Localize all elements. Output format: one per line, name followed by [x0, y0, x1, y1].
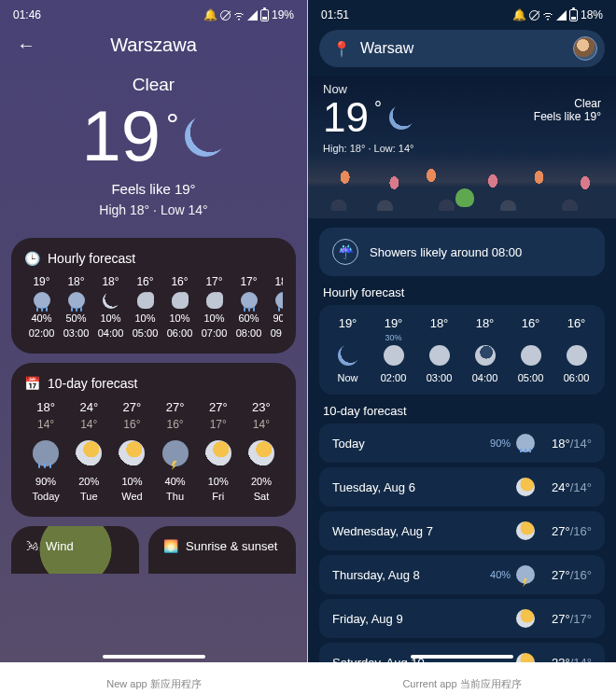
daily-row[interactable]: Friday, Aug 9 27°/17°: [319, 599, 605, 638]
hour-time: 06:00: [167, 327, 193, 339]
hourly-col[interactable]: 16° 05:00: [508, 316, 553, 383]
day-temps: 18°/14°: [552, 437, 592, 451]
hour-temp: 18°: [274, 275, 283, 288]
hour-time: 07:00: [202, 327, 228, 339]
daily-row[interactable]: Thursday, Aug 8 40% 27°/16°: [319, 555, 605, 594]
sun3-icon: [516, 478, 535, 496]
day-precip: 20%: [78, 476, 99, 487]
daily-col[interactable]: 18° 14° 90% Today: [24, 400, 67, 502]
day-name: Tue: [80, 491, 98, 502]
cloud-icon: [206, 292, 223, 309]
sun3-icon: [516, 521, 535, 540]
location-pin-icon: 📍: [332, 40, 351, 58]
hourly-col[interactable]: 16° 10% 06:00: [162, 275, 197, 339]
day-high: 27°: [166, 400, 185, 414]
sunrise-icon: 🌅: [163, 539, 178, 553]
hourly-col[interactable]: 17° 10% 07:00: [197, 275, 231, 339]
sun-icon: [248, 440, 274, 466]
day-name: Friday, Aug 9: [332, 612, 511, 626]
rainbig-icon: [33, 440, 59, 466]
hourly-col[interactable]: 18° 10% 04:00: [93, 275, 128, 339]
rain-icon: [68, 292, 85, 309]
day-high: 18°: [36, 400, 55, 414]
day-name: Sat: [254, 491, 270, 502]
profile-avatar[interactable]: [573, 36, 597, 61]
calendar-icon: 📅: [24, 376, 40, 391]
current-conditions: Clear 19 ° Feels like 19° High 18° · Low…: [0, 65, 307, 229]
hour-temp: 18°: [476, 316, 495, 330]
day-temps: 27°/17°: [552, 612, 592, 626]
home-indicator[interactable]: [411, 655, 513, 659]
day-high: 24°: [79, 400, 98, 414]
dnd-icon: [529, 10, 539, 21]
daily-row[interactable]: Today 90% 18°/14°: [319, 423, 605, 463]
day-temps: 23°/14°: [552, 656, 592, 663]
rain-icon: [241, 292, 258, 309]
daily-col[interactable]: 27° 16° 40% Thu: [154, 400, 197, 502]
battery-icon: [260, 9, 269, 21]
day-name: Thursday, Aug 8: [332, 568, 490, 582]
sun-icon: [205, 440, 231, 466]
hourly-col[interactable]: 18° 03:00: [416, 316, 462, 383]
high-low: High: 18° · Low: 14°: [323, 143, 601, 154]
hourly-col[interactable]: 18° 50% 03:00: [59, 275, 93, 339]
hour-temp: 17°: [205, 275, 222, 288]
hourly-col[interactable]: 19° Now: [325, 316, 371, 383]
day-name: Today: [32, 491, 59, 502]
hourly-col[interactable]: 18° 90% 09:00: [266, 275, 283, 339]
weather-alert[interactable]: ☔ Showers likely around 08:00: [319, 228, 605, 276]
hour-precip: 10%: [169, 312, 189, 324]
daily-row[interactable]: Saturday, Aug 10 23°/14°: [319, 643, 605, 662]
hourly-forecast-panel[interactable]: 19° Now19° 30% 02:0018° 03:0018° 04:0016…: [319, 305, 605, 395]
high-low: High 18° · Low 14°: [0, 202, 307, 217]
daily-forecast-list[interactable]: Today 90% 18°/14°Tuesday, Aug 6 24°/14°W…: [319, 423, 605, 662]
daily-col[interactable]: 24° 14° 20% Tue: [67, 400, 110, 502]
hour-precip: 10%: [134, 312, 155, 324]
scene-frog: [455, 188, 474, 207]
hourly-col[interactable]: 18° 04:00: [462, 316, 508, 383]
hour-precip: 10%: [203, 312, 224, 324]
hourly-col[interactable]: 17° 60% 08:00: [231, 275, 266, 339]
hour-time: 02:00: [381, 372, 407, 383]
moon2-icon: [338, 345, 358, 366]
daily-forecast-card[interactable]: 📅 10-day forecast 18° 14° 90% Today24° 1…: [11, 363, 296, 517]
degree-symbol: °: [166, 106, 179, 143]
status-time: 01:46: [13, 8, 41, 21]
home-indicator[interactable]: [103, 655, 205, 659]
hour-time: 05:00: [518, 372, 544, 383]
daily-row[interactable]: Tuesday, Aug 6 24°/14°: [319, 467, 605, 507]
daily-col[interactable]: 23° 14° 20% Sat: [240, 400, 283, 502]
hour-temp: 19°: [385, 316, 403, 330]
hour-time: 08:00: [236, 327, 262, 339]
hour-temp: 18°: [67, 275, 84, 288]
daily-col[interactable]: 27° 16° 10% Wed: [110, 400, 153, 502]
feels-like: Feels like 19°: [534, 110, 601, 123]
hour-temp: 16°: [171, 275, 188, 288]
day-temps: 24°/14°: [552, 480, 592, 494]
day-low: 17°: [210, 418, 227, 431]
hourly-title: Hourly forecast: [323, 285, 601, 299]
hourly-col[interactable]: 16° 06:00: [553, 316, 599, 383]
status-bar: 01:51 🔔 18%: [308, 0, 616, 24]
rain3-icon: [516, 434, 535, 452]
daily-row[interactable]: Wednesday, Aug 7 27°/16°: [319, 511, 605, 550]
location-search-pill[interactable]: 📍 Warsaw: [319, 30, 605, 67]
wind-label: Wind: [46, 539, 74, 553]
cloud2-icon: [521, 345, 541, 366]
day-name: Tuesday, Aug 6: [332, 480, 511, 494]
day-temps: 27°/16°: [552, 524, 592, 538]
wind-card[interactable]: 🌬 Wind: [11, 526, 139, 574]
hour-temp: 16°: [136, 275, 153, 288]
hourly-col[interactable]: 16° 10% 05:00: [128, 275, 162, 339]
hourly-col[interactable]: 19° 40% 02:00: [24, 275, 59, 339]
condition-text: Clear: [534, 97, 601, 110]
day-high: 27°: [209, 400, 228, 414]
hourly-col[interactable]: 19° 30% 02:00: [371, 316, 416, 383]
hour-temp: 16°: [522, 316, 540, 330]
wifi-icon: [233, 9, 245, 21]
sunrise-sunset-card[interactable]: 🌅 Sunrise & sunset: [148, 526, 296, 574]
comparison-captions: New app 新应用程序 Current app 当前应用程序: [0, 673, 616, 694]
hourly-forecast-card[interactable]: 🕒 Hourly forecast 19° 40% 02:0018° 50% 0…: [11, 238, 296, 354]
daily-col[interactable]: 27° 17° 10% Fri: [197, 400, 240, 502]
day-name: Today: [332, 437, 490, 451]
